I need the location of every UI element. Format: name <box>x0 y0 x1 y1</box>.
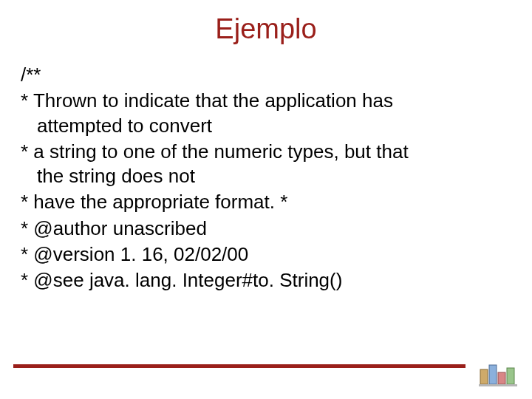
doc-line: * @author unascribed <box>21 216 511 241</box>
doc-line: * @version 1. 16, 02/02/00 <box>21 242 511 267</box>
doc-line: * Thrown to indicate that the applicatio… <box>21 89 511 138</box>
svg-rect-0 <box>480 369 488 384</box>
star: * <box>21 191 33 213</box>
doc-line: * @see java. lang. Integer#to. String() <box>21 268 511 293</box>
star: * <box>21 140 33 163</box>
svg-rect-2 <box>498 372 505 384</box>
doc-text: have the appropriate format. * <box>33 191 287 213</box>
svg-rect-1 <box>489 365 497 384</box>
doc-cont: the string does not <box>21 164 511 188</box>
doc-text: @see java. lang. Integer#to. String() <box>33 269 342 291</box>
star: * <box>21 89 33 112</box>
javadoc-open: /** <box>21 63 511 87</box>
svg-rect-4 <box>479 384 517 386</box>
star: * <box>21 217 33 239</box>
doc-line: * a string to one of the numeric types, … <box>21 140 511 189</box>
doc-text: @version 1. 16, 02/02/00 <box>33 243 248 265</box>
star: * <box>21 243 33 265</box>
slide-title: Ejemplo <box>21 13 511 45</box>
body-text: /** * Thrown to indicate that the applic… <box>21 63 511 293</box>
svg-rect-3 <box>507 368 514 384</box>
doc-text: @author unascribed <box>33 217 207 239</box>
doc-text: Thrown to indicate that the application … <box>33 89 393 112</box>
doc-text: a string to one of the numeric types, bu… <box>33 140 408 163</box>
books-logo-icon <box>476 355 522 390</box>
doc-cont: attempted to convert <box>21 114 511 138</box>
doc-line: * have the appropriate format. * <box>21 190 511 214</box>
star: * <box>21 269 33 291</box>
slide: Ejemplo /** * Thrown to indicate that th… <box>0 0 532 399</box>
footer-rule <box>13 364 466 368</box>
